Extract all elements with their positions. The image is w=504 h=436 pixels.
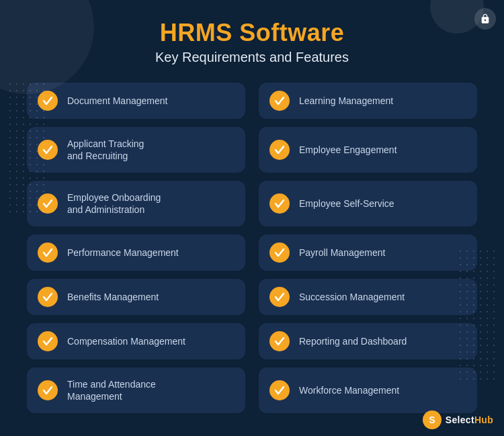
page-title: HRMS Software	[0, 19, 504, 47]
feature-card-succession-management: Succession Management	[259, 279, 477, 315]
features-grid: Document Management Learning Management …	[0, 77, 504, 419]
check-icon-succession-management	[269, 287, 290, 307]
feature-card-employee-onboarding: Employee Onboarding and Administration	[27, 181, 245, 226]
feature-label-employee-onboarding: Employee Onboarding and Administration	[67, 191, 161, 216]
feature-label-document-management: Document Management	[67, 95, 167, 107]
check-icon-applicant-tracking	[38, 140, 58, 160]
brand-name: SelectHub	[446, 415, 493, 425]
feature-card-reporting-dashboard: Reporting and Dashboard	[259, 323, 477, 359]
feature-card-learning-management: Learning Management	[259, 83, 477, 119]
check-icon-reporting-dashboard	[269, 331, 290, 351]
page-subtitle: Key Requirements and Features	[0, 50, 504, 65]
feature-card-workforce-management: Workforce Management	[259, 367, 477, 413]
check-icon-employee-engagement	[269, 140, 290, 160]
feature-card-time-attendance: Time and Attendance Management	[27, 367, 245, 413]
feature-card-employee-self-service: Employee Self-Service	[259, 181, 477, 226]
check-icon-employee-onboarding	[38, 193, 58, 214]
check-icon-time-attendance	[38, 380, 58, 400]
feature-label-reporting-dashboard: Reporting and Dashboard	[299, 335, 407, 347]
check-icon-compensation-management	[38, 331, 58, 351]
feature-card-compensation-management: Compensation Management	[27, 323, 245, 359]
feature-label-succession-management: Succession Management	[299, 291, 405, 303]
check-icon-learning-management	[269, 91, 290, 111]
brand-logo: S SelectHub	[423, 410, 493, 429]
share-button[interactable]	[474, 8, 496, 30]
feature-label-learning-management: Learning Management	[299, 95, 393, 107]
feature-label-applicant-tracking: Applicant Tracking and Recruiting	[67, 138, 144, 162]
check-icon-document-management	[38, 91, 58, 111]
check-icon-workforce-management	[269, 380, 290, 400]
feature-label-time-attendance: Time and Attendance Management	[67, 378, 156, 402]
feature-card-payroll-management: Payroll Management	[259, 234, 477, 271]
feature-label-payroll-management: Payroll Management	[299, 247, 385, 259]
brand-icon: S	[423, 410, 442, 429]
feature-label-employee-engagement: Employee Engagement	[299, 144, 397, 156]
feature-label-compensation-management: Compensation Management	[67, 335, 185, 347]
feature-label-workforce-management: Workforce Management	[299, 384, 399, 396]
check-icon-payroll-management	[269, 243, 290, 263]
feature-label-employee-self-service: Employee Self-Service	[299, 198, 394, 210]
feature-card-benefits-management: Benefits Management	[27, 279, 245, 315]
svg-text:S: S	[429, 415, 435, 425]
feature-label-benefits-management: Benefits Management	[67, 291, 159, 303]
check-icon-performance-management	[38, 243, 58, 263]
feature-card-document-management: Document Management	[27, 83, 245, 119]
page-header: HRMS Software Key Requirements and Featu…	[0, 0, 504, 77]
feature-card-performance-management: Performance Management	[27, 234, 245, 271]
feature-card-applicant-tracking: Applicant Tracking and Recruiting	[27, 127, 245, 173]
feature-label-performance-management: Performance Management	[67, 247, 179, 259]
check-icon-employee-self-service	[269, 193, 290, 214]
feature-card-employee-engagement: Employee Engagement	[259, 127, 477, 173]
check-icon-benefits-management	[38, 287, 58, 307]
